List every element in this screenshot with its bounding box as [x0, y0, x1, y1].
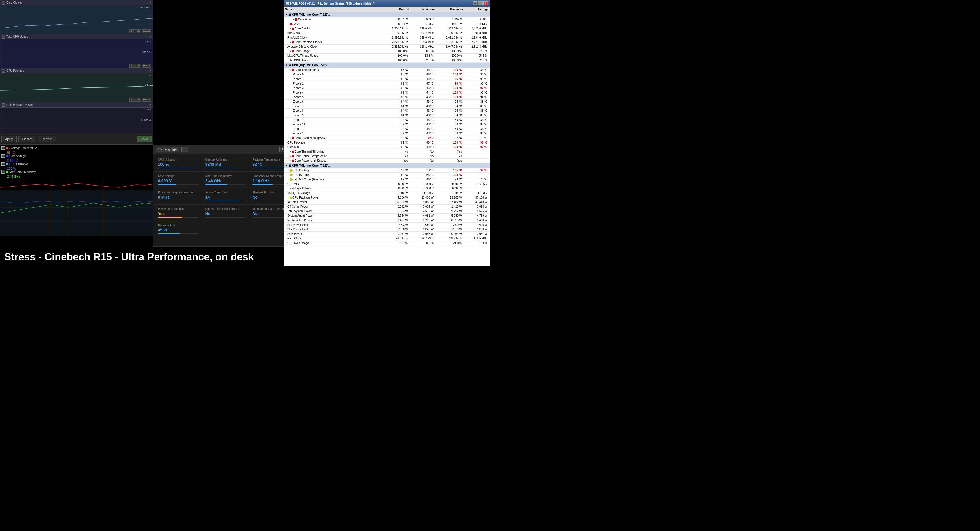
- expand-voltage-offsets[interactable]: ▶: [290, 187, 291, 190]
- hwinfo-restore-button[interactable]: □: [478, 2, 483, 5]
- legend-label-2: CPU Utilization: [10, 163, 29, 166]
- core-clocks-window: ⬛ Core Clocks ✕ 2,301.5 MHz 0.0 Auto Fit…: [0, 0, 153, 34]
- section-1-header[interactable]: ▼ 🖥 CPU [#0]: Intel Core i7-127...: [284, 12, 490, 17]
- cpu-package-close[interactable]: ✕: [149, 69, 151, 72]
- metric-bar-fill-4: [205, 184, 228, 185]
- expand-core-clocks[interactable]: ▶: [290, 27, 291, 30]
- val-gpu-clock-max: 748.2 MHz: [435, 237, 463, 240]
- val-max-cpu-min: 13.8 %: [409, 54, 435, 57]
- val-sa-vid-max: 0.846 V: [435, 22, 463, 26]
- discard-button[interactable]: Discard: [18, 136, 36, 142]
- val-core-max-avg: 97 °C: [463, 145, 488, 148]
- total-cpu-close[interactable]: ✕: [149, 35, 151, 38]
- expand-core-temps[interactable]: ▶: [290, 69, 291, 71]
- section-1-collapse-icon[interactable]: ▼: [285, 13, 288, 16]
- row-pcore-4: P-core 4 89 °C 44 °C 100 °C 93 °C: [284, 91, 490, 95]
- val-bus-clock-avg: 99.8 MHz: [463, 32, 488, 35]
- total-cpu-usage-window: ⬛ Total CPU Usage ✕ 100.0 100.0 % 0.0 Au…: [0, 34, 153, 69]
- section-3-collapse-icon[interactable]: ▼: [285, 164, 288, 167]
- val-core-clocks-current: 2,301.5 MHz: [387, 27, 409, 30]
- label-pcore-3: P-core 3: [285, 86, 387, 89]
- val-cpu-pkg-power-avg: 47.136 W: [463, 196, 488, 199]
- center-toolbar: File Logging ▶ ... 1000 ms: [153, 145, 298, 154]
- total-cpu-reset[interactable]: Reset: [142, 64, 151, 67]
- val-core-max-max: 100 °C: [435, 145, 463, 148]
- val-pch-power-cur: 0.057 W: [387, 232, 409, 236]
- metric-value-0: 100 %: [158, 162, 198, 166]
- section-2-header[interactable]: ▼ 🖥 CPU [#0]: Intel Core i7-127...: [284, 63, 490, 68]
- core-clocks-close[interactable]: ✕: [149, 1, 151, 4]
- legend-item-2: CPU Utilization: [2, 162, 55, 166]
- save-button[interactable]: Save: [137, 136, 152, 142]
- val-sa-vid-min: 0.768 V: [409, 22, 435, 26]
- row-cpu-package-power-val: CPU Package Power 44.806 W 10.400 W 73.1…: [284, 195, 490, 200]
- val-dist-tjmax-avg: 11 °C: [463, 136, 488, 140]
- metric-value-6: 0 MHz: [158, 195, 198, 199]
- legend-checkbox-2[interactable]: [2, 162, 5, 166]
- row-core-power-limit: ▶ Core Power Limit Excee... Yes No Yes: [284, 159, 490, 163]
- cpu-package-power-close[interactable]: ✕: [149, 103, 151, 106]
- metric-bar-9: [158, 217, 198, 218]
- val-gpu-vid-max: 0.880 V: [435, 182, 463, 185]
- cpu-package-reset[interactable]: Reset: [142, 97, 151, 102]
- three-dot-button[interactable]: ...: [181, 147, 188, 152]
- expand-core-eff-clocks[interactable]: ▶: [290, 41, 291, 43]
- legend-item-3: Max Core Frequency: [2, 170, 55, 174]
- label-total-cpu-usage: Total CPU Usage: [285, 59, 387, 62]
- total-cpu-top-value: 100.0: [145, 40, 151, 43]
- legend-value-0: 93 °C: [2, 151, 55, 154]
- metric-bar-fill-3: [158, 184, 176, 185]
- val-sys-agent-power-cur: 4.764 W: [387, 214, 409, 217]
- val-core-vids-min: 0.659 V: [409, 18, 435, 21]
- val-critical-temp-max: No: [435, 155, 463, 158]
- sensor-icon-cpu-pkg-temp2: [290, 169, 292, 172]
- legend-label-3: Max Core Frequency: [10, 171, 36, 174]
- val-ia-cores-cur: 92 °C: [387, 173, 409, 177]
- expand-power-limit[interactable]: ▶: [290, 159, 291, 162]
- legend-checkbox-3[interactable]: [2, 170, 5, 174]
- val-thermal-throttling-min: No: [409, 150, 435, 153]
- core-clocks-autofit[interactable]: Auto Fit: [129, 30, 141, 33]
- row-cpu-gt-cores: CPU GT Cores (Graphics) 67 °C 46 °C 74 °…: [284, 177, 490, 182]
- section-3-label: CPU [#0]: Intel Core i7-127...: [292, 164, 330, 167]
- total-cpu-mid-value: 100.0 %: [142, 51, 151, 54]
- val-pcore-4-cur: 89 °C: [387, 91, 409, 94]
- core-clocks-reset[interactable]: Reset: [142, 30, 151, 33]
- val-pcore-4-max: 100 °C: [435, 91, 463, 94]
- sensor-icon-core-eff-clocks: [292, 41, 294, 43]
- legend-checkbox-0[interactable]: [2, 147, 5, 150]
- cpu-package-power-title: CPU Package Power: [6, 103, 33, 106]
- section-2-collapse-icon[interactable]: ▼: [285, 64, 288, 67]
- hwinfo-close-button[interactable]: ✕: [484, 2, 488, 5]
- graph-bottom-bar: Apply Discard Refresh Save: [0, 133, 153, 144]
- sensor-icon-core-clocks: [292, 27, 294, 30]
- expand-dist-tjmax[interactable]: ▶: [290, 137, 291, 139]
- file-logging-button[interactable]: File Logging ▶: [156, 147, 179, 152]
- expand-core-usage[interactable]: ▶: [290, 50, 291, 53]
- section-3-header[interactable]: ▼ 🖥 CPU [#0]: Intel Core i7-127...: [284, 163, 490, 168]
- headline-text: Stress - Cinebech R15 - Ultra Performanc…: [4, 251, 254, 263]
- expand-critical-temp[interactable]: ▶: [290, 155, 291, 158]
- expand-core-vids[interactable]: ▶: [293, 18, 294, 21]
- label-gpu-vid: GPU VID: [285, 182, 387, 185]
- val-core-usage-current: 100.0 %: [387, 49, 409, 53]
- cpu-package-autofit[interactable]: Auto Fit: [129, 97, 141, 102]
- val-ecore-7-avg: 88 °C: [463, 105, 488, 108]
- total-cpu-usage-title: Total CPU Usage: [6, 35, 28, 38]
- val-critical-temp-min: No: [409, 155, 435, 158]
- refresh-button[interactable]: Refresh: [38, 136, 56, 142]
- metric-label-7: Active Core Count: [205, 191, 245, 194]
- expand-thermal-throttling[interactable]: ▶: [290, 150, 291, 153]
- apply-button[interactable]: Apply: [2, 136, 17, 142]
- total-cpu-autofit[interactable]: Auto Fit: [129, 64, 141, 67]
- metric-gpu-freq: Processor Graphics Freque... 0 MHz: [154, 188, 202, 204]
- row-pl1-power-limit: PL1 Power Limit 45.3 W 30.0 W 76.0 W 56.…: [284, 223, 490, 227]
- hwinfo-minimize-button[interactable]: ─: [473, 2, 477, 5]
- core-clocks-title: Core Clocks: [6, 1, 22, 4]
- row-pl2-power-limit: PL2 Power Limit 115.0 W 115.0 W 115.0 W …: [284, 227, 490, 232]
- val-gpu-clock-cur: 99.8 MHz: [387, 237, 409, 240]
- hwinfo-body[interactable]: ▼ 🖥 CPU [#0]: Intel Core i7-127... ▶ Cor…: [284, 12, 490, 266]
- metric-value-4: 2.46 GHz: [205, 179, 245, 183]
- legend-checkbox-1[interactable]: [2, 154, 5, 158]
- val-total-cpu-avg: 92.5 %: [463, 59, 488, 62]
